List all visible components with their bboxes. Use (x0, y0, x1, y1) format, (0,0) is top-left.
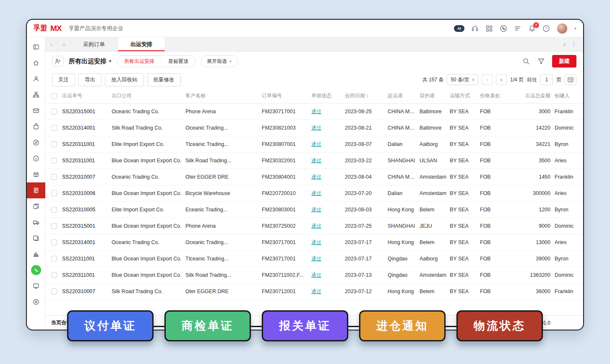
col-price-terms[interactable]: 价格条款 (480, 92, 508, 99)
whatsapp-icon[interactable] (27, 262, 45, 278)
segment-starred-top[interactable]: 星标置顶 (161, 56, 195, 67)
row-checkbox[interactable] (51, 158, 57, 164)
col-departure-port[interactable]: 起运港 (388, 92, 420, 99)
row-checkbox[interactable] (51, 190, 57, 196)
table-row[interactable]: SS220311001 Blue Ocean Import Export Co.… (45, 251, 583, 267)
monitor-icon[interactable] (27, 278, 45, 294)
product-box-icon[interactable] (27, 166, 45, 182)
row-checkbox[interactable] (51, 125, 57, 131)
status-link[interactable]: 通过 (311, 190, 321, 196)
col-contract-date[interactable]: 合同日期 ▲▼ (345, 92, 388, 99)
row-checkbox[interactable] (51, 223, 57, 229)
goto-page-input[interactable] (540, 74, 553, 85)
select-all-checkbox[interactable] (51, 93, 57, 99)
col-creator[interactable]: 创建人 (555, 92, 583, 99)
recycle-bin-button[interactable]: 放入回收站 (105, 73, 144, 86)
col-shipment-no[interactable]: 出运单号 (62, 92, 112, 99)
col-transport-mode[interactable]: 运输方式 (450, 92, 480, 99)
col-destination-port[interactable]: 目的港 (420, 92, 450, 99)
shipping-doc-icon[interactable] (27, 182, 45, 198)
status-link[interactable]: 通过 (311, 158, 321, 164)
status-link[interactable]: 通过 (311, 272, 321, 278)
help-question-icon[interactable]: ? (542, 25, 550, 32)
table-row[interactable]: SS220314001 Oceanic Trading Co. Oceanic … (45, 234, 583, 251)
sidebar-toggle-icon[interactable] (27, 39, 45, 55)
row-checkbox[interactable] (51, 109, 57, 114)
user-avatar[interactable] (557, 23, 568, 34)
status-link[interactable]: 通过 (311, 289, 321, 294)
table-row[interactable]: SS220311001 Elite Import Export Co. Ttce… (45, 136, 583, 153)
status-link[interactable]: 通过 (311, 125, 321, 131)
notifications-bell-icon[interactable]: 7 (528, 25, 536, 32)
column-settings-icon[interactable] (565, 74, 576, 85)
target-icon[interactable] (27, 294, 45, 310)
status-link[interactable]: 通过 (311, 239, 321, 245)
orders-bag-icon[interactable] (27, 119, 45, 135)
col-customer[interactable]: 客户名称 (185, 92, 262, 99)
tab-shipping-arrangement[interactable]: 出运安排 (118, 37, 165, 51)
sort-arrows-icon[interactable]: ▲▼ (366, 94, 369, 98)
export-button[interactable]: 导出 (78, 73, 102, 86)
row-checkbox[interactable] (51, 256, 57, 262)
col-order-no[interactable]: 订单编号 (262, 92, 311, 99)
row-checkbox[interactable] (51, 207, 57, 213)
table-row[interactable]: SS220310007 Oceanic Trading Co. Oter EGG… (45, 169, 583, 185)
avatar-chevron-down-icon[interactable]: ▾ (574, 26, 576, 31)
col-exporter[interactable]: 出口公司 (112, 92, 185, 99)
table-row[interactable]: SS220311001 Blue Ocean Import Export Co.… (45, 267, 583, 283)
circle-a-icon[interactable]: A (27, 151, 45, 166)
row-checkbox[interactable] (51, 272, 57, 278)
cards-icon[interactable] (27, 230, 45, 246)
table-row[interactable]: SS220314001 Silk Road Trading Co. Oceani… (45, 120, 583, 136)
tab-more-icon[interactable]: ⋮ (569, 40, 579, 48)
search-icon[interactable] (522, 57, 530, 65)
status-link[interactable]: 通过 (311, 174, 321, 180)
warehouse-notice-button[interactable]: 进仓通知 (359, 310, 446, 341)
follow-button[interactable]: 关注 (52, 73, 75, 86)
col-status[interactable]: 单据状态 (311, 92, 345, 99)
contacts-icon[interactable] (27, 71, 45, 87)
inspection-docs-button[interactable]: 商检单证 (164, 310, 251, 341)
new-button[interactable]: 新建 (552, 55, 576, 68)
mail-icon[interactable] (27, 103, 45, 119)
status-link[interactable]: 通过 (311, 223, 321, 229)
row-checkbox[interactable] (51, 239, 57, 245)
view-switcher-icon[interactable] (52, 56, 64, 67)
next-page-button[interactable]: › (496, 74, 507, 85)
customs-docs-button[interactable]: 报关单证 (262, 310, 348, 341)
segment-all-shipments[interactable]: 所有出运安排 (117, 56, 161, 67)
row-checkbox[interactable] (51, 289, 57, 294)
report-chart-icon[interactable] (27, 246, 45, 262)
tab-purchase-orders[interactable]: 采购订单 (70, 37, 118, 51)
status-link[interactable]: 通过 (311, 207, 321, 213)
batch-edit-button[interactable]: 批量修改 (147, 73, 181, 86)
row-checkbox[interactable] (51, 141, 57, 147)
ai-assistant-button[interactable]: AI (454, 25, 464, 32)
home-icon[interactable] (27, 55, 45, 71)
table-row[interactable]: SS220310007 Silk Road Trading Co. Oter E… (45, 283, 583, 300)
status-link[interactable]: 通过 (311, 256, 321, 262)
status-link[interactable]: 通过 (311, 141, 321, 147)
task-list-icon[interactable] (514, 25, 521, 32)
expand-filter-button[interactable]: 展开筛选 ∨ (201, 55, 238, 67)
status-link[interactable]: 通过 (311, 109, 321, 114)
phone-circle-icon[interactable] (500, 25, 507, 32)
negotiation-docs-button[interactable]: 议付单证 (67, 310, 154, 341)
tab-back-chevron-icon[interactable]: ‹ (45, 37, 58, 51)
view-title-dropdown[interactable]: 所有出运安排 ▼ (69, 57, 112, 65)
row-checkbox[interactable] (51, 174, 57, 180)
headset-support-icon[interactable] (471, 25, 479, 32)
documents-icon[interactable] (27, 198, 45, 214)
page-size-select[interactable]: 50 条/页 ∨ (447, 74, 478, 85)
table-row[interactable]: SS220315001 Blue Ocean Import Export Co.… (45, 218, 583, 234)
table-row[interactable]: SS220315001 Oceanic Trading Co. Phone Ar… (45, 104, 583, 120)
apps-grid-icon[interactable] (485, 25, 493, 32)
table-row[interactable]: SS220310006 Blue Ocean Import Export Co.… (45, 185, 583, 202)
compass-icon[interactable] (27, 135, 45, 151)
tab-home-icon[interactable]: ⌂ (58, 37, 70, 51)
table-row[interactable]: SS220310005 Elite Import Export Co. Ecea… (45, 202, 583, 218)
truck-icon[interactable] (27, 214, 45, 230)
table-row[interactable]: SS220311001 Blue Ocean Import Export Co.… (45, 153, 583, 169)
col-total-amount[interactable]: 出运总金额 (508, 92, 555, 99)
org-icon[interactable] (27, 87, 45, 103)
